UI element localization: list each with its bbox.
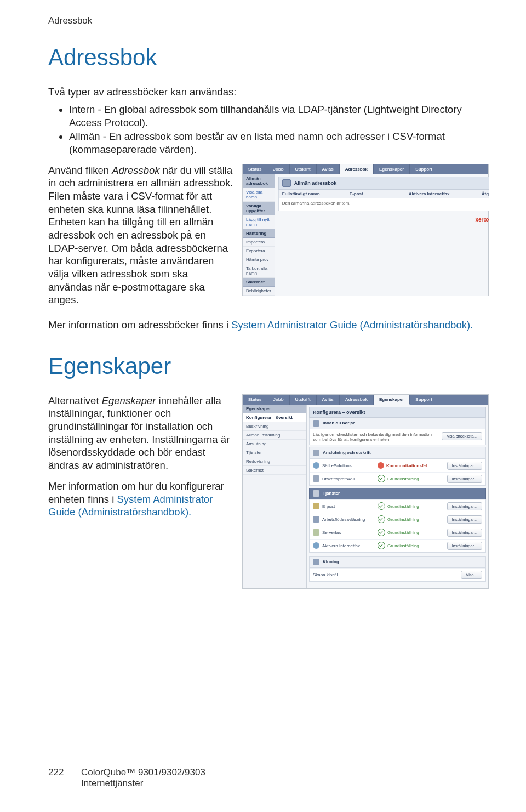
printer-icon [313,450,319,456]
col-email: E-post [346,190,405,198]
sidebar-item[interactable]: Konfigurera – översikt [243,413,306,422]
tab-status[interactable]: Status [243,395,267,405]
settings-button[interactable]: Inställningar... [447,529,482,537]
tab-support[interactable]: Support [410,164,438,174]
row-label: Arbetsflödesavläsning [322,517,365,522]
globe-icon [313,462,319,469]
info-icon [313,420,319,427]
screenshot-adressbok: Status Jobb Utskrift Avläs Adressbok Ege… [242,164,489,296]
more-info-1: Mer information om adressböcker finns i … [48,319,489,332]
row-label: Skapa klonfil [313,572,338,577]
row-status: Grundinställning [387,476,419,481]
checklist-button[interactable]: Visa checklista... [442,432,482,440]
block-header-text: Innan du börjar [323,421,355,425]
row-status: Grundinställning [387,543,419,548]
row-label: Sätt eSolutions [322,463,352,468]
sidebar-item[interactable]: Redovisning [243,457,306,466]
col-actions: Åtgärder [478,190,489,198]
printer-icon [313,475,319,482]
settings-button[interactable]: Inställningar... [447,502,482,510]
tab-egenskaper[interactable]: Egenskaper [374,395,410,405]
row-status: Kommunikationsfel [386,463,427,468]
footer-product: ColorQube™ 9301/9302/9303 [81,767,205,778]
sidebar-item[interactable]: Hämta prov [243,255,275,264]
view-button[interactable]: Visa... [461,571,482,579]
row-status: Grundinställning [387,530,419,535]
block-desc: Läs igenom checklistan och bekanta dig m… [313,432,437,442]
check-icon [378,475,385,482]
tabs-bar: Status Jobb Utskrift Avläs Adressbok Ege… [243,164,488,174]
tab-egenskaper[interactable]: Egenskaper [374,164,410,174]
check-icon [378,502,385,510]
check-icon [378,542,385,549]
page-number: 222 [48,767,70,789]
panel-title: Allmän adressbok [278,177,489,190]
page-footer: 222 ColorQube™ 9301/9302/9303 Internettj… [48,767,205,789]
services-bar: Tjänster [309,488,486,499]
wrap-text: när du vill ställa in och administrera e… [48,164,233,306]
sidebar-item[interactable]: Tjänster [243,448,306,457]
tab-utskrift[interactable]: Utskrift [290,164,317,174]
tab-jobb[interactable]: Jobb [267,164,289,174]
heading-egenskaper: Egenskaper [48,354,489,379]
sidebar-item[interactable]: Beskrivning [243,422,306,431]
tab-adressbok[interactable]: Adressbok [340,164,374,174]
check-icon [378,529,385,536]
tab-avlas[interactable]: Avläs [317,395,340,405]
tab-status[interactable]: Status [243,164,267,174]
xerox-logo: xerox [475,217,489,223]
globe-icon [313,542,319,549]
screenshot-egenskaper: Status Jobb Utskrift Avläs Adressbok Ege… [242,394,489,589]
row-label: E-post [322,504,335,509]
check-icon [378,515,385,523]
tabs-bar: Status Jobb Utskrift Avläs Adressbok Ege… [243,395,488,405]
sidebar-item[interactable]: Anslutning [243,440,306,448]
row-label: Utskriftsprotokoll [322,476,355,481]
adressbok-sidebar: Allmän adressbok Visa alla namn Vanliga … [243,174,275,296]
more-info-text: Mer information om adressböcker finns i [48,319,231,331]
settings-button[interactable]: Inställningar... [447,462,482,470]
row-status: Grundinställning [387,517,419,522]
mail-icon [313,503,319,509]
row-label: Aktivera Internetfax [322,543,360,548]
tab-adressbok[interactable]: Adressbok [340,395,374,405]
xerox-logo-text: xerox [475,217,489,223]
eg-italic: Egenskaper [102,395,156,406]
sidebar-item[interactable]: Behörigheter [243,287,275,296]
settings-button[interactable]: Inställningar... [447,542,482,550]
services-icon [313,490,319,497]
sidebar-item[interactable]: Säkerhet [243,466,306,475]
block-header-text: Kloning [323,559,339,564]
admin-guide-link[interactable]: System Administrator Guide (Administratö… [231,319,473,331]
sidebar-header: Egenskaper [243,405,306,413]
services-bar-text: Tjänster [323,491,340,496]
intro-bullets: Intern - En global adressbok som tillhan… [48,103,489,156]
egenskaper-sidebar: Egenskaper Konfigurera – översikt Beskri… [243,405,307,588]
clone-icon [313,559,319,565]
tab-avlas[interactable]: Avläs [317,164,340,174]
col-name: Fullständigt namn [279,190,346,198]
sidebar-item[interactable]: Importera [243,238,275,247]
bullet-item: Intern - En global adressbok som tillhan… [69,103,489,129]
scan-icon [313,516,319,523]
sidebar-item[interactable]: Ta bort alla namn [243,264,275,278]
eg-text: Alternativet [48,395,102,406]
addressbook-icon [282,179,291,187]
heading-adressbok: Adressbok [48,45,489,70]
sidebar-header: Hantering [243,229,275,238]
wrap-italic: Adressbok [112,164,159,176]
sidebar-item[interactable]: Exportera... [243,247,275,255]
fax-icon [313,529,319,536]
tab-utskrift[interactable]: Utskrift [290,395,317,405]
settings-button[interactable]: Inställningar... [447,475,482,483]
tab-jobb[interactable]: Jobb [267,395,289,405]
intro-paragraph: Två typer av adressböcker kan användas: [48,86,489,99]
sidebar-item[interactable]: Allmän inställning [243,431,306,440]
sidebar-item[interactable]: Visa alla namn [243,188,275,202]
sidebar-item[interactable]: Lägg till nytt namn [243,215,275,229]
block-header: Anslutning och utskrift [310,447,485,459]
running-head: Adressbok [48,15,489,26]
tab-support[interactable]: Support [410,395,438,405]
row-status: Grundinställning [387,504,419,509]
settings-button[interactable]: Inställningar... [447,515,482,524]
